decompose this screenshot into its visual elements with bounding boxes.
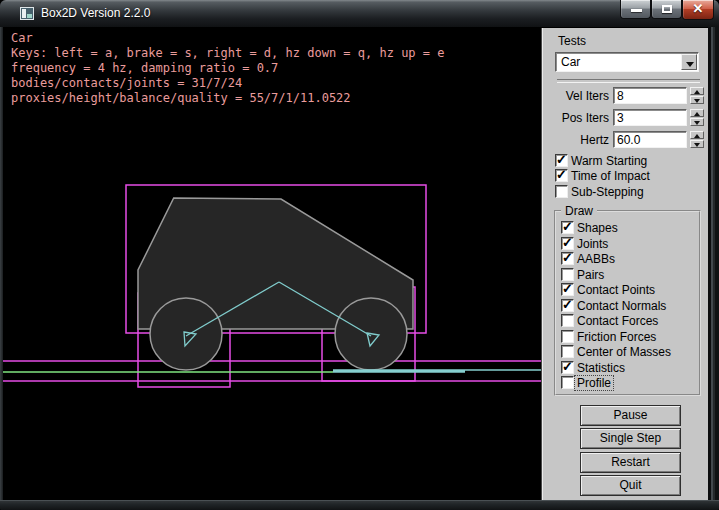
hertz-stepper[interactable] bbox=[690, 131, 704, 148]
hertz-up-button[interactable] bbox=[690, 131, 704, 139]
vel-iters-label: Vel Iters bbox=[542, 89, 609, 103]
window-border-left bbox=[0, 27, 3, 500]
info-line-bodies: bodies/contacts/joints = 31/7/24 bbox=[11, 76, 444, 91]
checkbox-label: Profile bbox=[575, 376, 613, 390]
checkbox-box[interactable]: ✓ bbox=[555, 154, 568, 167]
hertz-row: Hertz bbox=[542, 131, 709, 148]
check-icon: ✓ bbox=[556, 152, 567, 167]
vel-iters-down-button[interactable] bbox=[690, 96, 704, 104]
window-border-bottom bbox=[0, 500, 719, 510]
checkbox-box[interactable]: ✓ bbox=[561, 345, 574, 358]
checkbox-box[interactable]: ✓ bbox=[561, 314, 574, 327]
info-line-frequency: frequency = 4 hz, damping ratio = 0.7 bbox=[11, 61, 444, 76]
pos-iters-down-button[interactable] bbox=[690, 118, 704, 126]
arrow-down-icon bbox=[694, 143, 700, 147]
checkbox-box[interactable]: ✓ bbox=[561, 376, 574, 389]
pos-iters-stepper[interactable] bbox=[690, 109, 704, 126]
check-icon: ✓ bbox=[562, 235, 573, 250]
checkbox-box[interactable]: ✓ bbox=[561, 330, 574, 343]
tests-dropdown-button[interactable] bbox=[681, 54, 697, 70]
vel-iters-input[interactable] bbox=[613, 87, 687, 104]
checkbox-label: Sub-Stepping bbox=[571, 185, 644, 199]
hertz-label: Hertz bbox=[542, 133, 609, 147]
checkbox-box[interactable]: ✓ bbox=[561, 237, 574, 250]
car-wheel-left bbox=[150, 298, 222, 370]
info-line-title: Car bbox=[11, 31, 444, 46]
check-icon: ✓ bbox=[562, 297, 573, 312]
close-button[interactable]: ✕ bbox=[682, 0, 714, 20]
tests-dropdown[interactable]: Car bbox=[555, 52, 699, 72]
check-icon: ✓ bbox=[562, 219, 573, 234]
vel-iters-stepper[interactable] bbox=[690, 87, 704, 104]
checkbox-label: Statistics bbox=[577, 361, 625, 375]
arrow-up-icon bbox=[694, 112, 700, 116]
hertz-down-button[interactable] bbox=[690, 140, 704, 148]
app-window: Box2D Version 2.2.0 ✕ bbox=[0, 0, 719, 510]
vel-iters-up-button[interactable] bbox=[690, 87, 704, 95]
vel-iters-row: Vel Iters bbox=[542, 87, 709, 104]
arrow-down-icon bbox=[694, 121, 700, 125]
checkbox-label: Shapes bbox=[577, 221, 618, 235]
checkbox-box[interactable]: ✓ bbox=[561, 268, 574, 281]
checkbox-box[interactable]: ✓ bbox=[561, 252, 574, 265]
maximize-icon bbox=[662, 5, 672, 13]
checkbox-box[interactable]: ✓ bbox=[561, 361, 574, 374]
checkbox-box[interactable]: ✓ bbox=[561, 221, 574, 234]
pos-iters-row: Pos Iters bbox=[542, 109, 709, 126]
maximize-button[interactable] bbox=[651, 0, 682, 19]
checkbox-box[interactable]: ✓ bbox=[561, 283, 574, 296]
simulation-canvas[interactable]: CarKeys: left = a, brake = s, right = d,… bbox=[3, 28, 541, 500]
title-bar[interactable]: Box2D Version 2.2.0 ✕ bbox=[0, 0, 719, 28]
checkbox-label: Center of Masses bbox=[577, 345, 671, 359]
arrow-down-icon bbox=[694, 99, 700, 103]
checkbox-label: Friction Forces bbox=[577, 330, 656, 344]
arrow-up-icon bbox=[694, 134, 700, 138]
checkbox-label: Contact Normals bbox=[577, 299, 666, 313]
pos-iters-label: Pos Iters bbox=[542, 111, 609, 125]
restart-button[interactable]: Restart bbox=[580, 452, 681, 473]
checkbox-label: Joints bbox=[577, 237, 608, 251]
chevron-down-icon bbox=[686, 62, 694, 67]
close-icon: ✕ bbox=[683, 1, 713, 16]
tests-dropdown-value: Car bbox=[561, 55, 580, 69]
quit-button[interactable]: Quit bbox=[580, 475, 681, 496]
window-title: Box2D Version 2.2.0 bbox=[41, 0, 150, 27]
statistics-text: CarKeys: left = a, brake = s, right = d,… bbox=[11, 31, 444, 106]
draw-group-label: Draw bbox=[561, 204, 597, 218]
app-icon-pane bbox=[22, 9, 26, 18]
minimize-icon bbox=[631, 9, 642, 12]
checkbox-label: Time of Impact bbox=[571, 169, 650, 183]
app-icon-dot bbox=[27, 14, 32, 18]
window-border-right bbox=[708, 27, 719, 500]
checkbox-label: Contact Forces bbox=[577, 314, 658, 328]
arrow-up-icon bbox=[694, 90, 700, 94]
control-panel: Tests Car Vel Iters Pos Iters bbox=[541, 28, 708, 500]
pos-iters-input[interactable] bbox=[613, 109, 687, 126]
app-icon bbox=[20, 7, 34, 20]
hertz-input[interactable] bbox=[613, 131, 687, 148]
check-icon: ✓ bbox=[562, 359, 573, 374]
pos-iters-up-button[interactable] bbox=[690, 109, 704, 117]
minimize-button[interactable] bbox=[620, 0, 651, 19]
checkbox-label: AABBs bbox=[577, 252, 615, 266]
info-line-proxies: proxies/height/balance/quality = 55/7/1/… bbox=[11, 91, 444, 106]
checkbox-label: Warm Starting bbox=[571, 154, 647, 168]
check-icon: ✓ bbox=[562, 250, 573, 265]
checkbox-box[interactable]: ✓ bbox=[561, 299, 574, 312]
check-icon: ✓ bbox=[562, 281, 573, 296]
info-line-keys: Keys: left = a, brake = s, right = d, hz… bbox=[11, 46, 444, 61]
check-icon: ✓ bbox=[556, 167, 567, 182]
single-step-button[interactable]: Single Step bbox=[580, 428, 681, 449]
checkbox-label: Pairs bbox=[577, 268, 604, 282]
separator bbox=[557, 79, 700, 83]
checkbox-box[interactable]: ✓ bbox=[555, 169, 568, 182]
pause-button[interactable]: Pause bbox=[580, 405, 681, 426]
checkbox-box[interactable]: ✓ bbox=[555, 185, 568, 198]
checkbox-label: Contact Points bbox=[577, 283, 655, 297]
tests-label: Tests bbox=[558, 34, 586, 48]
